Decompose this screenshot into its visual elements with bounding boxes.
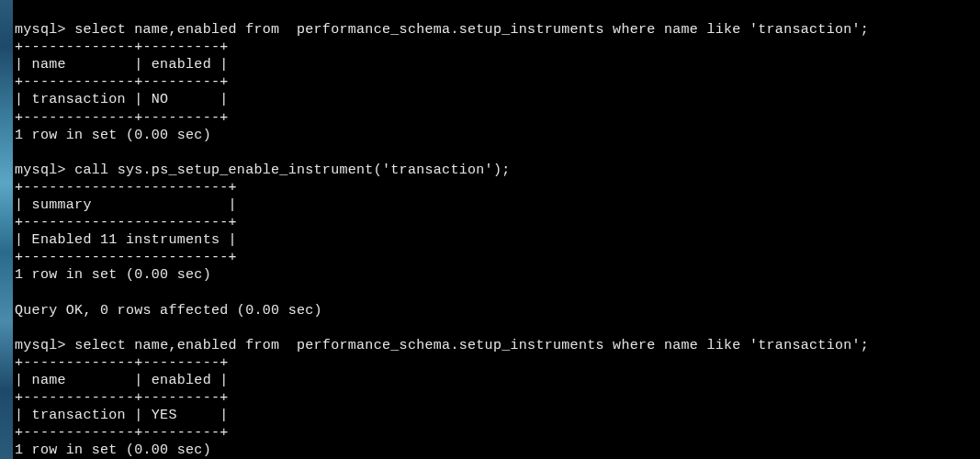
mysql-prompt: mysql> (15, 338, 74, 353)
result2-row: | Enabled 11 instruments | (15, 232, 237, 248)
mysql-terminal[interactable]: mysql> select name,enabled from performa… (15, 4, 980, 459)
query-line-3: mysql> select name,enabled from performa… (15, 338, 869, 353)
result3-header: | name | enabled | (15, 373, 229, 388)
result1-header: | name | enabled | (15, 57, 229, 73)
result2-border-top: +------------------------+ (15, 180, 237, 196)
query-ok-line: Query OK, 0 rows affected (0.00 sec) (15, 303, 322, 319)
result3-border-mid: +-------------+---------+ (15, 390, 229, 406)
desktop-background-edge (0, 0, 13, 459)
mysql-prompt: mysql> (15, 22, 74, 38)
result1-border-mid: +-------------+---------+ (15, 74, 229, 90)
result1-border-bottom: +-------------+---------+ (15, 110, 229, 126)
result2-border-bottom: +------------------------+ (15, 250, 237, 265)
result1-border-top: +-------------+---------+ (15, 39, 229, 55)
result3-border-bottom: +-------------+---------+ (15, 425, 229, 441)
result3-row: | transaction | YES | (15, 408, 229, 423)
mysql-prompt: mysql> (15, 162, 74, 178)
result2-border-mid: +------------------------+ (15, 215, 237, 230)
sql-query-3: select name,enabled from performance_sch… (74, 338, 869, 353)
result3-status: 1 row in set (0.00 sec) (15, 442, 211, 458)
sql-query-1: select name,enabled from performance_sch… (74, 22, 869, 38)
sql-query-2: call sys.ps_setup_enable_instrument('tra… (74, 162, 510, 178)
result2-header: | summary | (15, 197, 237, 213)
query-line-2: mysql> call sys.ps_setup_enable_instrume… (15, 162, 511, 178)
result1-row: | transaction | NO | (15, 92, 229, 107)
result1-status: 1 row in set (0.00 sec) (15, 128, 211, 143)
result3-border-top: +-------------+---------+ (15, 355, 229, 371)
result2-status: 1 row in set (0.00 sec) (15, 267, 211, 283)
query-line-1: mysql> select name,enabled from performa… (15, 22, 869, 38)
